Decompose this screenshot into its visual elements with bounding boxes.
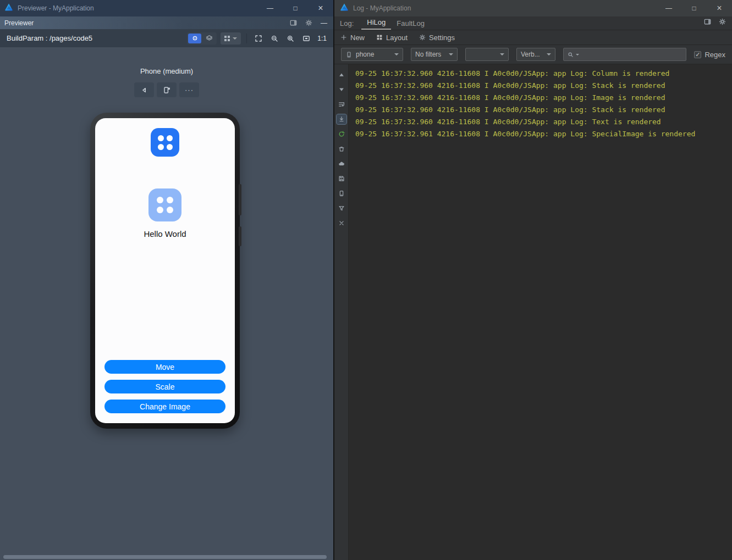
four-dots-icon xyxy=(157,197,173,213)
soft-wrap-icon[interactable] xyxy=(337,99,346,109)
close-button[interactable]: × xyxy=(707,0,732,16)
phone-power-key xyxy=(239,226,241,246)
device-log-icon[interactable] xyxy=(337,188,346,198)
zoom-in-icon[interactable] xyxy=(284,32,296,45)
rotate-device-button[interactable] xyxy=(157,82,177,97)
regex-label: Regex xyxy=(705,51,725,59)
layout-button[interactable]: Layout xyxy=(376,34,408,42)
log-search-box[interactable] xyxy=(563,48,686,61)
device-select[interactable]: phone xyxy=(341,48,403,61)
log-line: 09-25 16:37:32.960 4216-11608 I A0c0d0/J… xyxy=(355,80,728,92)
previewer-tab-label: Previewer xyxy=(4,19,34,27)
log-window: Log - MyApplication — □ × Log: HiLog Fau… xyxy=(333,0,732,560)
maximize-button[interactable]: □ xyxy=(681,0,707,16)
toolbar-divider xyxy=(246,34,247,43)
previewer-header-icons: — xyxy=(288,18,329,28)
log-window-controls: — □ × xyxy=(656,0,732,16)
log-settings-gear-icon[interactable] xyxy=(718,18,727,28)
search-input[interactable] xyxy=(581,51,683,58)
previewer-titlebar: Previewer - MyApplication — □ × xyxy=(0,0,333,16)
tab-hilog[interactable]: HiLog xyxy=(361,18,391,30)
deveco-logo-icon xyxy=(340,3,349,14)
new-label: New xyxy=(350,34,365,42)
scale-button[interactable]: Scale xyxy=(104,380,225,393)
phone-screen: Hello World Move Scale Change Image xyxy=(95,118,235,423)
log-line: 09-25 16:37:32.960 4216-11608 I A0c0d0/J… xyxy=(355,68,728,80)
previewer-window-title: Previewer - MyApplication xyxy=(18,4,94,12)
log-action-toolbar: New Layout Settings xyxy=(334,30,732,45)
scroll-to-end-icon[interactable] xyxy=(337,114,346,124)
maximize-button[interactable]: □ xyxy=(283,0,308,16)
log-tab-row: Log: HiLog FaultLog xyxy=(334,16,732,30)
device-action-toolbar: ··· xyxy=(134,82,199,97)
cloud-icon[interactable] xyxy=(337,159,346,169)
layers-icon[interactable] xyxy=(202,34,216,43)
filter-select-value: No filters xyxy=(415,51,441,58)
buildparam-label: BuildParam : /pages/code5 xyxy=(7,34,92,42)
preview-canvas: Phone (medium) ··· xyxy=(0,47,333,560)
log-label: Log: xyxy=(340,19,354,30)
component-tree-dropdown[interactable] xyxy=(221,32,241,45)
tab-faultlog[interactable]: FaultLog xyxy=(391,19,430,30)
device-select-value: phone xyxy=(356,51,374,58)
chevron-down-icon xyxy=(394,53,399,56)
device-profile-label: Phone (medium) xyxy=(0,67,333,75)
process-select[interactable] xyxy=(465,48,509,61)
zoom-ratio-label[interactable]: 1:1 xyxy=(317,35,327,42)
level-select[interactable]: Verb... xyxy=(516,48,555,61)
chevron-down-icon xyxy=(547,53,551,56)
scroll-down-icon[interactable] xyxy=(337,85,346,95)
log-window-title: Log - MyApplication xyxy=(353,4,411,12)
tool-window-layout-icon[interactable] xyxy=(288,18,298,28)
save-log-icon[interactable] xyxy=(337,174,346,184)
zoom-out-icon[interactable] xyxy=(268,32,280,45)
settings-button[interactable]: Settings xyxy=(419,34,455,42)
minimize-button[interactable]: — xyxy=(656,0,681,16)
previewer-window: Previewer - MyApplication — □ × Previewe… xyxy=(0,0,333,560)
filter-select[interactable]: No filters xyxy=(411,48,458,61)
previewer-settings-gear-icon[interactable] xyxy=(304,18,313,28)
more-options-button[interactable]: ··· xyxy=(179,82,199,97)
log-filter-row: phone No filters Verb... ✓ xyxy=(334,45,732,64)
previewer-window-controls: — □ × xyxy=(257,0,333,16)
minimize-button[interactable]: — xyxy=(257,0,283,16)
preview-mode-segmented xyxy=(187,32,217,45)
grid-icon xyxy=(224,36,230,41)
log-titlebar: Log - MyApplication — □ × xyxy=(334,0,732,16)
tool-window-layout-icon[interactable] xyxy=(703,18,712,28)
filter-funnel-icon[interactable] xyxy=(337,203,346,213)
horizontal-scrollbar[interactable] xyxy=(3,555,327,559)
phone-mockup: Hello World Move Scale Change Image xyxy=(90,113,240,429)
screen-button-stack: Move Scale Change Image xyxy=(104,360,225,413)
search-options-caret-icon xyxy=(576,54,579,56)
hide-panel-button[interactable]: — xyxy=(319,18,329,28)
new-session-button[interactable]: New xyxy=(340,34,365,42)
frame-select-icon[interactable] xyxy=(252,32,265,45)
log-line: 09-25 16:37:32.961 4216-11608 I A0c0d0/J… xyxy=(355,128,728,140)
regex-checkbox[interactable]: ✓ xyxy=(694,51,701,58)
clear-log-icon[interactable] xyxy=(337,144,346,154)
log-content: 09-25 16:37:32.960 4216-11608 I A0c0d0/J… xyxy=(334,64,732,560)
close-button[interactable]: × xyxy=(308,0,333,16)
change-image-button[interactable]: Change Image xyxy=(104,400,225,413)
log-gutter-toolbar xyxy=(334,64,349,560)
layout-label: Layout xyxy=(386,34,408,42)
log-line-list: 09-25 16:37:32.960 4216-11608 I A0c0d0/J… xyxy=(349,64,732,560)
phone-volume-key xyxy=(239,184,241,215)
four-dots-icon xyxy=(158,135,173,150)
regex-option: ✓ Regex xyxy=(694,51,725,59)
buildparam-bar: BuildParam : /pages/code5 xyxy=(0,29,333,47)
deveco-logo-icon xyxy=(4,3,13,14)
move-button[interactable]: Move xyxy=(104,360,225,374)
inspector-toggle-icon[interactable] xyxy=(188,34,201,43)
restart-icon[interactable] xyxy=(337,129,346,139)
level-select-value: Verb... xyxy=(521,51,540,58)
fit-to-screen-icon[interactable] xyxy=(300,32,312,45)
chevron-down-icon xyxy=(500,53,504,56)
scroll-up-icon[interactable] xyxy=(337,70,346,80)
close-panel-icon[interactable] xyxy=(337,218,346,228)
back-button[interactable] xyxy=(134,82,154,97)
previewer-toolbar: 1:1 xyxy=(187,32,327,45)
previewer-toolwindow-header: Previewer — xyxy=(0,16,333,29)
log-header-icons xyxy=(703,18,727,30)
